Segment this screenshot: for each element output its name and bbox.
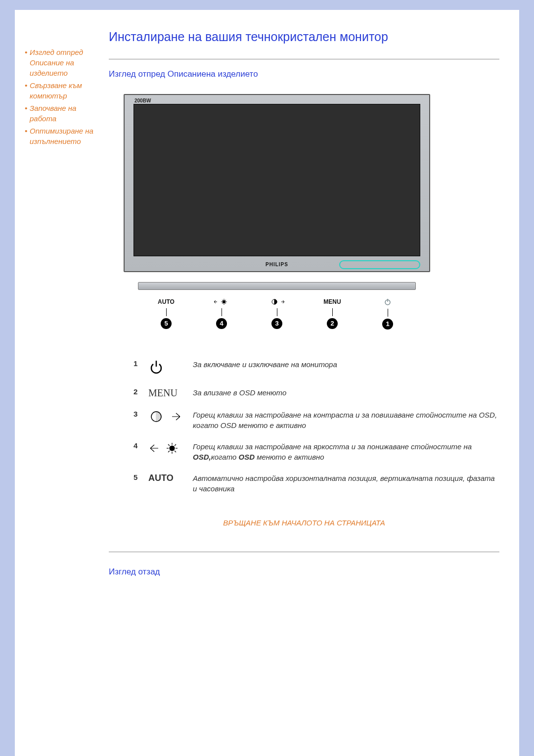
legend-num: 4	[134, 441, 148, 450]
control-4-brightness: 4	[202, 298, 241, 330]
svg-line-6	[225, 303, 226, 304]
monitor-screen	[134, 104, 420, 256]
controls-highlight-circle	[339, 260, 420, 269]
monitor-illustration: 200BW PHILIPS AUTO 5	[124, 94, 499, 330]
control-1-power: 1	[368, 298, 407, 330]
legend-num: 1	[134, 359, 148, 368]
menu-icon: MENU	[148, 387, 193, 399]
legend-row-3: 3 Горещ клавиш за настройване на контрас…	[134, 410, 499, 430]
legend-text: Автоматично настройва хоризонталната поз…	[193, 473, 499, 494]
control-3-contrast: 3	[257, 298, 297, 330]
svg-line-5	[222, 300, 223, 301]
front-view-heading: Изглед отпред Описаниена изделието	[109, 69, 499, 79]
auto-icon: AUTO	[148, 473, 193, 483]
brightness-icon	[148, 441, 193, 457]
svg-line-8	[222, 303, 223, 304]
sidebar-item-connect[interactable]: Свързване към компютър	[25, 80, 104, 101]
sidebar-nav: Изглед отпред Описание на изделието Свър…	[25, 30, 104, 148]
badge-2: 2	[327, 318, 338, 329]
legend-num: 5	[134, 473, 148, 481]
svg-point-0	[222, 300, 225, 303]
badge-4: 4	[216, 318, 227, 329]
sidebar-item-label: Свързване към компютър	[30, 81, 82, 100]
menu-word: MENU	[148, 387, 178, 398]
divider	[109, 59, 499, 59]
contrast-icon	[269, 298, 284, 305]
svg-line-20	[175, 451, 176, 452]
controls-legend: 1 За включване и изключване на монитора …	[134, 359, 499, 494]
main-content: Инсталиране на вашия течнокристален мони…	[104, 30, 499, 577]
svg-line-19	[168, 444, 170, 446]
legend-row-4: 4 Горещ клавиш за настройване на яркостт…	[134, 441, 499, 462]
sidebar-item-label: Оптимизиране на изпълнението	[30, 127, 93, 145]
svg-line-21	[175, 444, 176, 446]
monitor-stand: AUTO 5 4	[124, 282, 430, 330]
legend-text: Горещ клавиш за настройване на яркостта …	[193, 441, 499, 462]
sidebar-item-getting-started[interactable]: Започване на работа	[25, 103, 104, 124]
monitor-bezel: 200BW PHILIPS	[124, 94, 430, 272]
svg-point-14	[170, 446, 175, 451]
stand-bar	[138, 282, 416, 290]
controls-strip: AUTO 5 4	[138, 298, 415, 330]
monitor-model-label: 200BW	[134, 98, 151, 103]
brightness-icon	[214, 298, 229, 305]
rear-view-heading: Изглед отзад	[109, 567, 499, 577]
page-title: Инсталиране на вашия течнокристален мони…	[109, 30, 499, 44]
control-5-auto: AUTO 5	[146, 298, 186, 329]
badge-1: 1	[382, 319, 393, 330]
sidebar-item-label: Изглед отпред Описание на изделието	[30, 48, 83, 77]
svg-line-22	[168, 451, 170, 452]
legend-num: 2	[134, 387, 148, 396]
return-to-top-link[interactable]: ВРЪЩАНЕ КЪМ НАЧАЛОТО НА СТРАНИЦАТА	[109, 519, 499, 527]
legend-row-2: 2 MENU За влизане в OSD менюто	[134, 387, 499, 399]
legend-text: За влизане в OSD менюто	[193, 387, 499, 398]
legend-row-1: 1 За включване и изключване на монитора	[134, 359, 499, 377]
auto-word: AUTO	[148, 473, 174, 483]
legend-num: 3	[134, 410, 148, 418]
badge-3: 3	[271, 318, 282, 329]
power-icon	[384, 298, 392, 305]
sidebar-item-front-view[interactable]: Изглед отпред Описание на изделието	[25, 47, 104, 78]
badge-5: 5	[161, 318, 172, 329]
sidebar-item-label: Започване на работа	[30, 104, 76, 123]
power-icon	[148, 359, 193, 377]
sidebar-item-optimize[interactable]: Оптимизиране на изпълнението	[25, 126, 104, 146]
auto-label: AUTO	[158, 298, 175, 305]
legend-text: Горещ клавиш за настройване на контраста…	[193, 410, 499, 430]
svg-line-7	[225, 300, 226, 301]
menu-label: MENU	[323, 298, 341, 305]
legend-text: За включване и изключване на монитора	[193, 359, 499, 370]
legend-row-5: 5 AUTO Автоматично настройва хоризонталн…	[134, 473, 499, 494]
contrast-icon	[148, 410, 193, 425]
divider	[109, 552, 499, 552]
control-2-menu: MENU 2	[312, 298, 352, 329]
